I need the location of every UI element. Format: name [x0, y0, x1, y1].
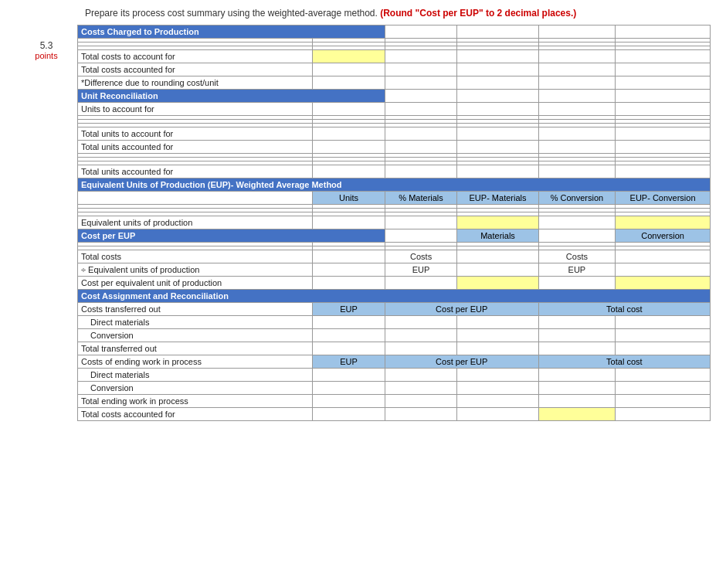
col-eup-2: EUP: [313, 355, 385, 369]
total-units-accounted-2-row: Total units accounted for: [78, 165, 711, 178]
direct-materials-2-row: Direct materials: [78, 369, 711, 382]
eup-column-headers: Units % Materials EUP- Materials % Conve…: [78, 192, 711, 205]
total-costs-accounted-bottom: Total costs accounted for: [78, 408, 313, 421]
total-units-to-account-row: Total units to account for: [78, 127, 711, 141]
direct-materials-1-row: Direct materials: [78, 316, 711, 329]
col-cost-per-eup-1: Cost per EUP: [436, 304, 487, 314]
conversion-label: Conversion: [616, 229, 711, 243]
total-costs-accounted-bottom-row: Total costs accounted for: [78, 408, 711, 421]
eup-header: Equivalent Units of Production (EUP)- We…: [78, 178, 711, 192]
costs-transferred-out-header: Costs transferred out EUP Cost per EUP T…: [78, 303, 711, 316]
points-label: points: [15, 51, 77, 60]
costs-charged-header: Costs Charged to Production: [78, 25, 385, 39]
direct-materials-2: Direct materials: [78, 369, 313, 382]
instruction-text: Prepare its process cost summary using t…: [77, 8, 711, 19]
points-value: 5.3: [15, 40, 77, 51]
section-eup: Equivalent Units of Production (EUP)- We…: [78, 178, 711, 192]
col-pct-conversion: % Conversion: [538, 192, 615, 205]
total-costs-accounted-top-row: Total costs accounted for: [78, 63, 711, 76]
instruction-bold: (Round "Cost per EUP" to 2 decimal place…: [380, 8, 576, 19]
col-eup-conversion: EUP- Conversion: [616, 192, 711, 205]
total-transferred-out: Total transferred out: [78, 342, 313, 355]
col-eup-1: EUP: [313, 303, 385, 316]
unit-reconciliation-header: Unit Reconciliation: [78, 90, 385, 103]
section-cost-per-eup: Cost per EUP Materials Conversion: [78, 229, 711, 243]
instruction-main: Prepare its process cost summary using t…: [85, 8, 378, 19]
col-units: Units: [313, 192, 385, 205]
conversion-2-row: Conversion: [78, 382, 711, 395]
process-cost-table: Costs Charged to Production: [77, 25, 711, 421]
conversion-2: Conversion: [78, 382, 313, 395]
transferred-out-label: Costs transferred out: [78, 303, 313, 316]
section-unit-reconciliation: Unit Reconciliation: [78, 90, 711, 103]
cost-per-eup-header: Cost per EUP: [78, 229, 385, 243]
ending-wip-label: Costs of ending work in process: [78, 355, 313, 369]
col-total-cost-2: Total cost: [606, 357, 642, 366]
equivalent-units-production-row: Equivalent units of production: [78, 216, 711, 229]
conversion-1: Conversion: [78, 329, 313, 342]
cost-per-equiv-unit-row: Cost per equivalent unit of production: [78, 277, 711, 290]
direct-materials-1: Direct materials: [78, 316, 313, 329]
section-cost-assignment: Cost Assignment and Reconciliation: [78, 290, 711, 303]
ending-wip-header: Costs of ending work in process EUP Cost…: [78, 355, 711, 369]
materials-label: Materials: [457, 229, 538, 243]
col-total-cost-1: Total cost: [606, 304, 642, 314]
total-costs-to-account-row: Total costs to account for: [78, 50, 711, 63]
col-pct-materials: % Materials: [385, 192, 457, 205]
cost-assignment-header: Cost Assignment and Reconciliation: [78, 290, 711, 303]
units-to-account-row: Units to account for: [78, 103, 711, 116]
col-cost-per-eup-2: Cost per EUP: [436, 357, 487, 366]
section-costs-charged: Costs Charged to Production: [78, 25, 711, 39]
total-transferred-out-row: Total transferred out: [78, 342, 711, 355]
col-eup-materials: EUP- Materials: [457, 192, 538, 205]
total-units-accounted-row: Total units accounted for: [78, 141, 711, 154]
equiv-units-production-2-row: ÷ Equivalent units of production EUP EUP: [78, 263, 711, 277]
conversion-1-row: Conversion: [78, 329, 711, 342]
total-costs-row: Total costs Costs Costs: [78, 250, 711, 263]
difference-row: *Difference due to rounding cost/unit: [78, 76, 711, 90]
total-ending-wip: Total ending work in process: [78, 395, 313, 408]
total-ending-wip-row: Total ending work in process: [78, 395, 711, 408]
